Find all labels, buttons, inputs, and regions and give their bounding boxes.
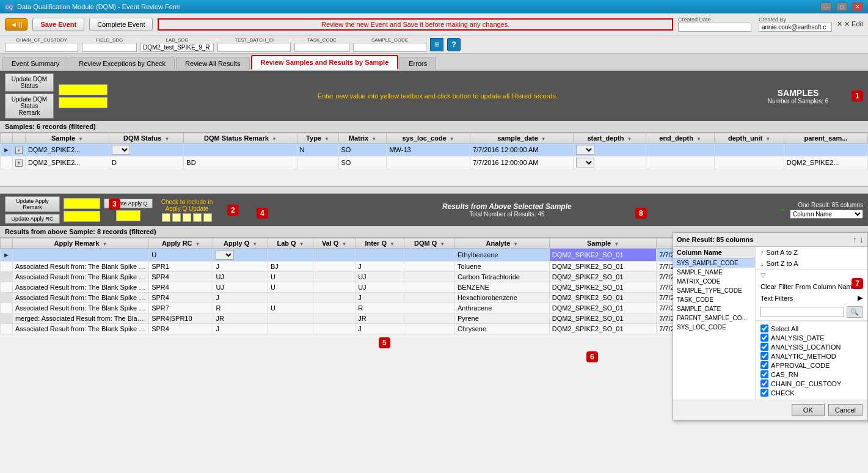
created-date-input[interactable] xyxy=(678,23,751,32)
apply-q-cell[interactable]: R xyxy=(213,303,268,314)
tab-errors[interactable]: Errors xyxy=(399,57,436,70)
col-val-q[interactable]: Val Q ▼ xyxy=(313,238,356,249)
close-btn[interactable]: ✕ xyxy=(852,2,863,11)
col-dqm-remark[interactable]: DQM Status Remark ▼ xyxy=(184,133,297,144)
expand-cell[interactable]: + xyxy=(12,156,25,169)
col-name-sys-loc-code[interactable]: SYS_LOC_CODE xyxy=(673,323,755,332)
apply-q-select[interactable] xyxy=(216,250,234,260)
tab-review-exceptions[interactable]: Review Exceptions by Check xyxy=(70,57,175,70)
apply-remark-input[interactable] xyxy=(64,198,100,209)
apply-q-cell[interactable]: UJ xyxy=(213,272,268,282)
update-dqm-status-button[interactable]: Update DQM Status xyxy=(5,73,54,92)
col-depth-unit[interactable]: depth_unit ▼ xyxy=(715,133,784,144)
tab-event-summary[interactable]: Event Summary xyxy=(2,57,68,70)
col-check-chain-of-custody[interactable]: CHAIN_OF_CUSTODY xyxy=(760,379,863,388)
col-name-matrix-code[interactable]: MATRIX_CODE xyxy=(673,277,755,286)
clear-filter-btn[interactable]: Clear Filter From Column Name xyxy=(756,281,867,292)
column-panel-ok-button[interactable]: OK xyxy=(792,404,825,416)
col-check-cas-rn[interactable]: CAS_RN xyxy=(760,370,863,379)
check-box-4[interactable] xyxy=(193,213,202,222)
start-depth-cell[interactable] xyxy=(574,144,646,156)
check-box-1[interactable] xyxy=(162,213,170,222)
sample-code-input[interactable] xyxy=(353,43,426,52)
sort-down-icon[interactable]: ↓ xyxy=(859,235,864,244)
analytic-method-checkbox[interactable] xyxy=(760,352,768,360)
complete-event-button[interactable]: Complete Event xyxy=(89,18,153,31)
col-lab-q[interactable]: Lab Q ▼ xyxy=(268,238,313,249)
results-column-select[interactable]: Column Name xyxy=(790,210,863,219)
expand-cell[interactable]: + xyxy=(12,144,25,156)
start-depth-select[interactable] xyxy=(576,158,594,167)
apply-q-cell[interactable]: JR xyxy=(213,314,268,324)
col-apply-q[interactable]: Apply Q ▼ xyxy=(213,238,268,249)
check-checkbox[interactable] xyxy=(760,389,768,397)
start-depth-cell[interactable] xyxy=(574,156,646,169)
save-event-button[interactable]: Save Event xyxy=(32,18,84,31)
col-sample[interactable]: Sample ▼ xyxy=(25,133,109,144)
test-batch-id-input[interactable] xyxy=(217,43,291,52)
update-dqm-remark-button[interactable]: Update DQM Status Remark xyxy=(5,94,54,119)
check-box-3[interactable] xyxy=(183,213,191,222)
col-parent-sam[interactable]: parent_sam... xyxy=(784,133,867,144)
tab-review-samples[interactable]: Review Samples and Results by Sample xyxy=(251,55,399,70)
column-panel-cancel-button[interactable]: Cancel xyxy=(828,404,863,416)
apply-q-cell[interactable]: J xyxy=(213,324,268,334)
col-type[interactable]: Type ▼ xyxy=(297,133,338,144)
col-apply-remark[interactable]: Apply Remark ▼ xyxy=(12,238,148,249)
apply-rc-input[interactable] xyxy=(64,211,100,222)
col-check-approval-code[interactable]: APPROVAL_CODE xyxy=(760,361,863,370)
help-icon[interactable]: ? xyxy=(447,38,461,51)
cas-rn-checkbox[interactable] xyxy=(760,370,768,378)
col-name-task-code[interactable]: TASK_CODE xyxy=(673,295,755,304)
update-apply-rc-button[interactable]: Update Apply RC xyxy=(5,214,60,224)
col-name-parent-sample[interactable]: PARENT_SAMPLE_CO... xyxy=(673,314,755,323)
minimize-btn[interactable]: — xyxy=(820,2,831,11)
update-apply-remark-button[interactable]: Update Apply Remark xyxy=(5,196,60,212)
dqm-remark-cell[interactable]: BD xyxy=(184,156,297,169)
select-all-checkbox[interactable] xyxy=(760,324,768,332)
col-sample-r[interactable]: Sample ▼ xyxy=(549,238,657,249)
col-dqm-status[interactable]: DQM Status ▼ xyxy=(109,133,184,144)
edit-button[interactable]: ✕ ✕ Edit xyxy=(837,20,863,28)
table-row[interactable]: + DQM2_SPIKE2... D BD SO 7/7/2016 12:00:… xyxy=(1,156,868,169)
apply-q-cell[interactable] xyxy=(213,249,268,262)
check-box-2[interactable] xyxy=(172,213,181,222)
table-row[interactable]: ► + DQM2_SPIKE2... N SO MW-13 7/7/2016 1… xyxy=(1,144,868,156)
tab-review-all[interactable]: Review All Results xyxy=(176,57,249,70)
col-dqm-q[interactable]: DQM Q ▼ xyxy=(404,238,455,249)
analysis-date-checkbox[interactable] xyxy=(760,334,768,342)
col-check-check[interactable]: CHECK xyxy=(760,388,863,397)
col-analyte[interactable]: Analyte ▼ xyxy=(455,238,550,249)
text-filters-btn[interactable]: Text Filters ▶ xyxy=(756,292,867,304)
col-check-analysis-location[interactable]: ANALYSIS_LOCATION xyxy=(760,342,863,351)
maximize-btn[interactable]: □ xyxy=(836,2,847,11)
col-matrix[interactable]: Matrix ▼ xyxy=(338,133,387,144)
sort-a-to-z[interactable]: ↑ Sort A to Z xyxy=(756,247,867,258)
col-name-sample-name[interactable]: SAMPLE_NAME xyxy=(673,268,755,277)
task-code-input[interactable] xyxy=(294,43,349,52)
col-sys-loc[interactable]: sys_loc_code ▼ xyxy=(387,133,470,144)
col-check-analysis-date[interactable]: ANALYSIS_DATE xyxy=(760,333,863,342)
col-start-depth[interactable]: start_depth ▼ xyxy=(574,133,646,144)
col-end-depth[interactable]: end_depth ▼ xyxy=(646,133,715,144)
analysis-location-checkbox[interactable] xyxy=(760,343,768,351)
filter-search-button[interactable]: 🔍 xyxy=(847,306,863,318)
apply-q-cell[interactable]: J xyxy=(213,293,268,303)
apply-q-cell[interactable]: J xyxy=(213,262,268,272)
select-all-item[interactable]: Select All xyxy=(760,324,863,333)
dqm-status-cell[interactable]: D xyxy=(109,156,184,169)
dqm-status-cell[interactable] xyxy=(109,144,184,156)
apply-q-input[interactable] xyxy=(116,210,140,221)
chain-of-custody-checkbox[interactable] xyxy=(760,380,768,387)
col-name-sample-date[interactable]: SAMPLE_DATE xyxy=(673,304,755,314)
col-check-analytic-method[interactable]: ANALYTIC_METHOD xyxy=(760,351,863,361)
apply-q-cell[interactable]: UJ xyxy=(213,282,268,293)
dqm-remark-cell[interactable] xyxy=(184,144,297,156)
sample-cell[interactable]: DQM2_SPIKE2... xyxy=(25,156,109,169)
nav-back-button[interactable]: ◄||| xyxy=(5,18,27,31)
sort-up-icon[interactable]: ↑ xyxy=(853,235,857,244)
dqm-status-input[interactable] xyxy=(59,84,108,95)
col-apply-rc[interactable]: Apply RC ▼ xyxy=(149,238,213,249)
samples-scrollbar[interactable] xyxy=(0,186,868,194)
col-name-sys-sample-code[interactable]: SYS_SAMPLE_CODE xyxy=(673,258,755,268)
